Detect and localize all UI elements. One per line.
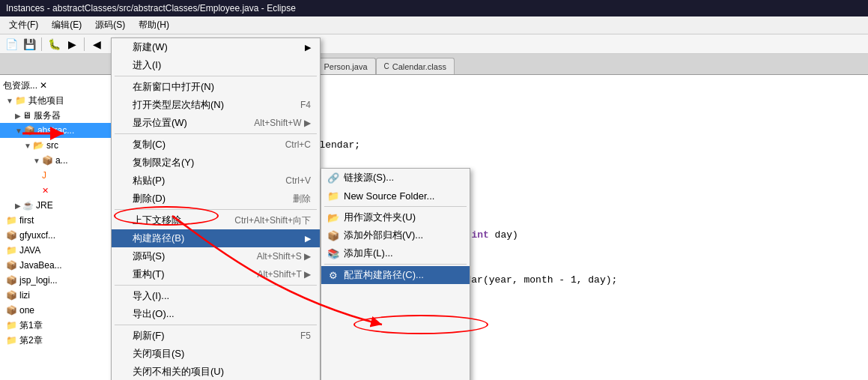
jsplog-icon: 📦: [6, 275, 17, 286]
ctx-close-unrelated[interactable]: 关闭不相关的项目(U): [112, 363, 320, 380]
submenu-configure-build-path-label: 配置构建路径(C)...: [344, 268, 424, 282]
ctx-export-label: 导出(O)...: [133, 307, 174, 321]
ctx-copy-qualified-label: 复制限定名(Y): [133, 156, 194, 169]
ctx-copy[interactable]: 复制(C) Ctrl+C: [112, 136, 320, 154]
lizi-icon: 📦: [6, 290, 17, 301]
ctx-new-arrow: ▶: [305, 43, 311, 52]
submenu-add-library-label: 添加库(L)...: [344, 247, 393, 260]
submenu-sep1: [324, 206, 467, 207]
ctx-remove-context[interactable]: 上下文移除 Ctrl+Alt+Shift+向下: [112, 211, 320, 229]
ctx-delete[interactable]: 删除(D) 删除: [112, 190, 320, 208]
submenu-add-library[interactable]: 📚 添加库(L)...: [321, 244, 470, 262]
ctx-build-path[interactable]: 构建路径(B) ▶: [112, 229, 320, 247]
ctx-remove-context-shortcut: Ctrl+Alt+Shift+向下: [219, 214, 311, 227]
delete-icon: ✕: [42, 186, 49, 196]
ctx-source[interactable]: 源码(S) Alt+Shift+S ▶: [112, 247, 320, 265]
jre-icon: ☕: [22, 200, 34, 211]
ctx-paste[interactable]: 粘贴(P) Ctrl+V: [112, 172, 320, 190]
one-icon: 📦: [6, 305, 17, 316]
ctx-refactor[interactable]: 重构(T) Alt+Shift+T ▶: [112, 265, 320, 283]
add-external-icon: 📦: [327, 229, 339, 241]
toolbar-debug[interactable]: 🐛: [46, 36, 62, 52]
ctx-delete-label: 删除(D): [133, 192, 166, 205]
first-project-icon: 📁: [6, 215, 17, 226]
ctx-sep5: [115, 325, 317, 325]
submenu-new-source-folder-label: New Source Folder...: [344, 190, 434, 202]
tree-label-src: src: [46, 140, 58, 151]
menu-help[interactable]: 帮助(H): [133, 17, 175, 33]
ctx-show-location-shortcut: Alt+Shift+W ▶: [239, 118, 311, 128]
package-icon: 📦: [42, 155, 53, 166]
tree-label-other: 其他项目: [28, 94, 64, 107]
toolbar-new[interactable]: 📄: [3, 36, 19, 52]
ctx-open-hierarchy[interactable]: 打开类型层次结构(N) F4: [112, 96, 320, 114]
server-icon: 🖥: [22, 110, 31, 121]
ctx-copy-qualified[interactable]: 复制限定名(Y): [112, 154, 320, 172]
ctx-copy-label: 复制(C): [133, 138, 166, 151]
tree-label-lizi: lizi: [19, 290, 30, 301]
use-as-source-icon: 📂: [327, 211, 339, 223]
submenu-build-path[interactable]: 🔗 链接源(S)... 📁 New Source Folder... 📂 用作源…: [321, 168, 470, 380]
ctx-copy-shortcut: Ctrl+C: [270, 139, 311, 150]
ctx-open-new-window[interactable]: 在新窗口中打开(N): [112, 78, 320, 96]
ch1-icon: 📁: [6, 320, 17, 331]
submenu-add-external[interactable]: 📦 添加外部归档(V)...: [321, 226, 470, 244]
tree-arrow-src: ▼: [24, 142, 31, 150]
menu-edit[interactable]: 编辑(E): [46, 17, 88, 33]
ctx-source-label: 源码(S): [133, 250, 165, 263]
submenu-link-source-label: 链接源(S)...: [344, 171, 394, 184]
tree-label-gfy: gfyuxcf...: [19, 230, 55, 241]
ctx-import[interactable]: 导入(I)...: [112, 287, 320, 305]
link-source-icon: 🔗: [327, 172, 339, 184]
ctx-open-new-window-label: 在新窗口中打开(N): [133, 80, 214, 94]
ctx-export[interactable]: 导出(O)...: [112, 305, 320, 323]
tree-label-server: 服务器: [34, 109, 61, 122]
tree-label-jsplog: jsp_logi...: [19, 275, 58, 286]
tree-arrow-jre: ▶: [15, 202, 21, 210]
ctx-sep2: [115, 133, 317, 134]
configure-build-path-icon: ⚙: [327, 269, 339, 281]
ctx-show-location[interactable]: 显示位置(W) Alt+Shift+W ▶: [112, 114, 320, 132]
sidebar-label: 包资源... ✕: [3, 79, 47, 92]
tree-arrow-abstract: ▼: [15, 127, 22, 135]
java-folder-icon: 📁: [6, 245, 17, 256]
ctx-delete-shortcut: 删除: [278, 193, 311, 205]
ctx-refresh-shortcut: F5: [285, 331, 311, 341]
tree-label-javabea: JavaBea...: [19, 260, 62, 271]
ctx-paste-label: 粘贴(P): [133, 174, 165, 187]
submenu-use-as-source-label: 用作源文件夹(U): [344, 211, 416, 224]
ctx-open-hierarchy-shortcut: F4: [285, 100, 311, 110]
menu-source[interactable]: 源码(S): [89, 17, 131, 33]
title-bar: Instances - abstractClasses/src/abstract…: [0, 0, 868, 16]
ctx-refresh[interactable]: 刷新(F) F5: [112, 327, 320, 345]
toolbar-save[interactable]: 💾: [21, 36, 37, 52]
ctx-paste-shortcut: Ctrl+V: [270, 175, 311, 186]
toolbar-back[interactable]: ◀: [88, 36, 105, 52]
toolbar-run[interactable]: ▶: [64, 36, 80, 52]
menu-bar: 文件(F) 编辑(E) 源码(S) 帮助(H): [0, 16, 868, 34]
menu-file[interactable]: 文件(F): [3, 17, 44, 33]
ctx-show-location-label: 显示位置(W): [133, 116, 187, 130]
tree-label-one: one: [19, 305, 34, 316]
context-menu[interactable]: 新建(W) ▶ 进入(I) 在新窗口中打开(N) 打开类型层次结构(N) F4 …: [111, 37, 321, 380]
submenu-configure-build-path[interactable]: ⚙ 配置构建路径(C)...: [321, 266, 470, 284]
ctx-close-project[interactable]: 关闭项目(S): [112, 345, 320, 363]
title-text: Instances - abstractClasses/src/abstract…: [6, 3, 296, 13]
add-library-icon: 📚: [327, 247, 339, 259]
ctx-close-project-label: 关闭项目(S): [133, 347, 184, 361]
ctx-enter-label: 进入(I): [133, 58, 161, 72]
submenu-link-source[interactable]: 🔗 链接源(S)...: [321, 169, 470, 187]
ctx-close-unrelated-label: 关闭不相关的项目(U): [133, 365, 224, 379]
ctx-build-path-arrow: ▶: [305, 234, 311, 244]
ctx-enter[interactable]: 进入(I): [112, 56, 320, 74]
ctx-new[interactable]: 新建(W) ▶: [112, 38, 320, 56]
submenu-use-as-source[interactable]: 📂 用作源文件夹(U): [321, 208, 470, 226]
ctx-import-label: 导入(I)...: [133, 289, 169, 303]
new-source-folder-icon: 📁: [327, 190, 339, 202]
tree-arrow-other: ▼: [6, 97, 13, 105]
submenu-add-external-label: 添加外部归档(V)...: [344, 229, 423, 242]
project-icon: 📦: [24, 125, 35, 136]
ch2-icon: 📁: [6, 335, 17, 346]
ctx-refactor-shortcut: Alt+Shift+T ▶: [243, 269, 311, 280]
submenu-new-source-folder[interactable]: 📁 New Source Folder...: [321, 187, 470, 205]
